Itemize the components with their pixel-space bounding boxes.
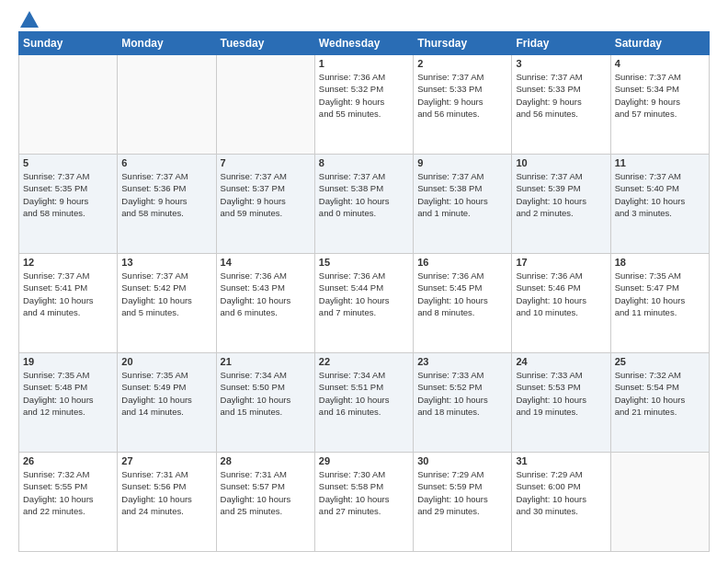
calendar-week-row: 5Sunrise: 7:37 AM Sunset: 5:35 PM Daylig… — [19, 155, 710, 254]
calendar-day-30: 30Sunrise: 7:29 AM Sunset: 5:59 PM Dayli… — [414, 453, 512, 552]
calendar-day-1: 1Sunrise: 7:36 AM Sunset: 5:32 PM Daylig… — [314, 55, 413, 155]
calendar-day-17: 17Sunrise: 7:36 AM Sunset: 5:46 PM Dayli… — [512, 254, 610, 353]
day-info: Sunrise: 7:37 AM Sunset: 5:34 PM Dayligh… — [615, 71, 705, 120]
calendar-day-3: 3Sunrise: 7:37 AM Sunset: 5:33 PM Daylig… — [512, 55, 610, 155]
day-info: Sunrise: 7:36 AM Sunset: 5:44 PM Dayligh… — [319, 270, 409, 318]
day-number: 9 — [417, 157, 507, 168]
day-number: 13 — [121, 257, 211, 268]
calendar-day-18: 18Sunrise: 7:35 AM Sunset: 5:47 PM Dayli… — [610, 254, 709, 353]
calendar-empty — [216, 55, 314, 155]
day-number: 2 — [417, 58, 507, 69]
calendar-day-21: 21Sunrise: 7:34 AM Sunset: 5:50 PM Dayli… — [216, 353, 314, 453]
calendar-day-20: 20Sunrise: 7:35 AM Sunset: 5:49 PM Dayli… — [118, 353, 216, 453]
day-number: 29 — [319, 455, 409, 466]
day-info: Sunrise: 7:31 AM Sunset: 5:57 PM Dayligh… — [221, 468, 311, 517]
calendar-day-10: 10Sunrise: 7:37 AM Sunset: 5:39 PM Dayli… — [512, 155, 610, 254]
day-number: 22 — [319, 356, 409, 367]
day-info: Sunrise: 7:29 AM Sunset: 6:00 PM Dayligh… — [516, 468, 606, 517]
header — [18, 15, 710, 24]
day-number: 15 — [319, 257, 409, 268]
calendar-day-19: 19Sunrise: 7:35 AM Sunset: 5:48 PM Dayli… — [19, 353, 118, 453]
calendar-week-row: 19Sunrise: 7:35 AM Sunset: 5:48 PM Dayli… — [19, 353, 710, 453]
day-number: 17 — [516, 257, 606, 268]
weekday-header-tuesday: Tuesday — [216, 32, 314, 55]
day-number: 12 — [23, 257, 113, 268]
day-info: Sunrise: 7:36 AM Sunset: 5:46 PM Dayligh… — [516, 270, 606, 318]
weekday-header-friday: Friday — [512, 32, 610, 55]
day-info: Sunrise: 7:37 AM Sunset: 5:39 PM Dayligh… — [516, 170, 606, 219]
day-info: Sunrise: 7:37 AM Sunset: 5:38 PM Dayligh… — [417, 170, 507, 219]
day-info: Sunrise: 7:35 AM Sunset: 5:48 PM Dayligh… — [23, 369, 113, 418]
day-info: Sunrise: 7:36 AM Sunset: 5:32 PM Dayligh… — [319, 71, 409, 120]
day-number: 5 — [23, 157, 113, 168]
day-number: 24 — [516, 356, 606, 367]
weekday-header-monday: Monday — [118, 32, 216, 55]
day-info: Sunrise: 7:33 AM Sunset: 5:52 PM Dayligh… — [417, 369, 507, 418]
day-number: 6 — [121, 157, 211, 168]
day-number: 20 — [121, 356, 211, 367]
calendar-day-22: 22Sunrise: 7:34 AM Sunset: 5:51 PM Dayli… — [314, 353, 413, 453]
day-number: 31 — [516, 455, 606, 466]
day-number: 7 — [221, 157, 311, 168]
day-number: 18 — [615, 257, 705, 268]
day-number: 21 — [221, 356, 311, 367]
calendar-week-row: 12Sunrise: 7:37 AM Sunset: 5:41 PM Dayli… — [19, 254, 710, 353]
day-info: Sunrise: 7:37 AM Sunset: 5:35 PM Dayligh… — [23, 170, 113, 219]
calendar: SundayMondayTuesdayWednesdayThursdayFrid… — [18, 31, 710, 552]
day-info: Sunrise: 7:30 AM Sunset: 5:58 PM Dayligh… — [319, 468, 409, 517]
logo-icon — [20, 11, 39, 28]
day-info: Sunrise: 7:32 AM Sunset: 5:55 PM Dayligh… — [23, 468, 113, 517]
calendar-day-4: 4Sunrise: 7:37 AM Sunset: 5:34 PM Daylig… — [610, 55, 709, 155]
calendar-day-31: 31Sunrise: 7:29 AM Sunset: 6:00 PM Dayli… — [512, 453, 610, 552]
calendar-day-15: 15Sunrise: 7:36 AM Sunset: 5:44 PM Dayli… — [314, 254, 413, 353]
day-info: Sunrise: 7:36 AM Sunset: 5:45 PM Dayligh… — [417, 270, 507, 318]
logo — [18, 18, 39, 24]
calendar-day-24: 24Sunrise: 7:33 AM Sunset: 5:53 PM Dayli… — [512, 353, 610, 453]
day-number: 14 — [221, 257, 311, 268]
calendar-day-11: 11Sunrise: 7:37 AM Sunset: 5:40 PM Dayli… — [610, 155, 709, 254]
day-number: 26 — [23, 455, 113, 466]
day-number: 10 — [516, 157, 606, 168]
day-info: Sunrise: 7:37 AM Sunset: 5:33 PM Dayligh… — [417, 71, 507, 120]
calendar-day-7: 7Sunrise: 7:37 AM Sunset: 5:37 PM Daylig… — [216, 155, 314, 254]
calendar-day-23: 23Sunrise: 7:33 AM Sunset: 5:52 PM Dayli… — [414, 353, 512, 453]
day-info: Sunrise: 7:36 AM Sunset: 5:43 PM Dayligh… — [221, 270, 311, 318]
day-number: 25 — [615, 356, 705, 367]
day-info: Sunrise: 7:35 AM Sunset: 5:49 PM Dayligh… — [121, 369, 211, 418]
calendar-day-9: 9Sunrise: 7:37 AM Sunset: 5:38 PM Daylig… — [414, 155, 512, 254]
day-number: 30 — [417, 455, 507, 466]
calendar-day-25: 25Sunrise: 7:32 AM Sunset: 5:54 PM Dayli… — [610, 353, 709, 453]
day-info: Sunrise: 7:32 AM Sunset: 5:54 PM Dayligh… — [615, 369, 705, 418]
calendar-week-row: 1Sunrise: 7:36 AM Sunset: 5:32 PM Daylig… — [19, 55, 710, 155]
calendar-day-12: 12Sunrise: 7:37 AM Sunset: 5:41 PM Dayli… — [19, 254, 118, 353]
day-info: Sunrise: 7:37 AM Sunset: 5:37 PM Dayligh… — [221, 170, 311, 219]
calendar-day-29: 29Sunrise: 7:30 AM Sunset: 5:58 PM Dayli… — [314, 453, 413, 552]
day-info: Sunrise: 7:37 AM Sunset: 5:42 PM Dayligh… — [121, 270, 211, 318]
calendar-day-28: 28Sunrise: 7:31 AM Sunset: 5:57 PM Dayli… — [216, 453, 314, 552]
calendar-header-row: SundayMondayTuesdayWednesdayThursdayFrid… — [19, 32, 710, 55]
calendar-day-5: 5Sunrise: 7:37 AM Sunset: 5:35 PM Daylig… — [19, 155, 118, 254]
calendar-day-2: 2Sunrise: 7:37 AM Sunset: 5:33 PM Daylig… — [414, 55, 512, 155]
day-info: Sunrise: 7:34 AM Sunset: 5:51 PM Dayligh… — [319, 369, 409, 418]
day-info: Sunrise: 7:33 AM Sunset: 5:53 PM Dayligh… — [516, 369, 606, 418]
calendar-day-8: 8Sunrise: 7:37 AM Sunset: 5:38 PM Daylig… — [314, 155, 413, 254]
calendar-empty — [118, 55, 216, 155]
day-number: 28 — [221, 455, 311, 466]
calendar-day-27: 27Sunrise: 7:31 AM Sunset: 5:56 PM Dayli… — [118, 453, 216, 552]
day-number: 23 — [417, 356, 507, 367]
day-number: 8 — [319, 157, 409, 168]
day-info: Sunrise: 7:37 AM Sunset: 5:41 PM Dayligh… — [23, 270, 113, 318]
calendar-day-14: 14Sunrise: 7:36 AM Sunset: 5:43 PM Dayli… — [216, 254, 314, 353]
day-info: Sunrise: 7:29 AM Sunset: 5:59 PM Dayligh… — [417, 468, 507, 517]
day-info: Sunrise: 7:37 AM Sunset: 5:36 PM Dayligh… — [121, 170, 211, 219]
calendar-empty — [610, 453, 709, 552]
svg-marker-0 — [20, 11, 39, 28]
calendar-day-13: 13Sunrise: 7:37 AM Sunset: 5:42 PM Dayli… — [118, 254, 216, 353]
calendar-day-16: 16Sunrise: 7:36 AM Sunset: 5:45 PM Dayli… — [414, 254, 512, 353]
calendar-day-6: 6Sunrise: 7:37 AM Sunset: 5:36 PM Daylig… — [118, 155, 216, 254]
day-number: 11 — [615, 157, 705, 168]
day-info: Sunrise: 7:37 AM Sunset: 5:40 PM Dayligh… — [615, 170, 705, 219]
day-number: 1 — [319, 58, 409, 69]
weekday-header-sunday: Sunday — [19, 32, 118, 55]
day-info: Sunrise: 7:35 AM Sunset: 5:47 PM Dayligh… — [615, 270, 705, 318]
